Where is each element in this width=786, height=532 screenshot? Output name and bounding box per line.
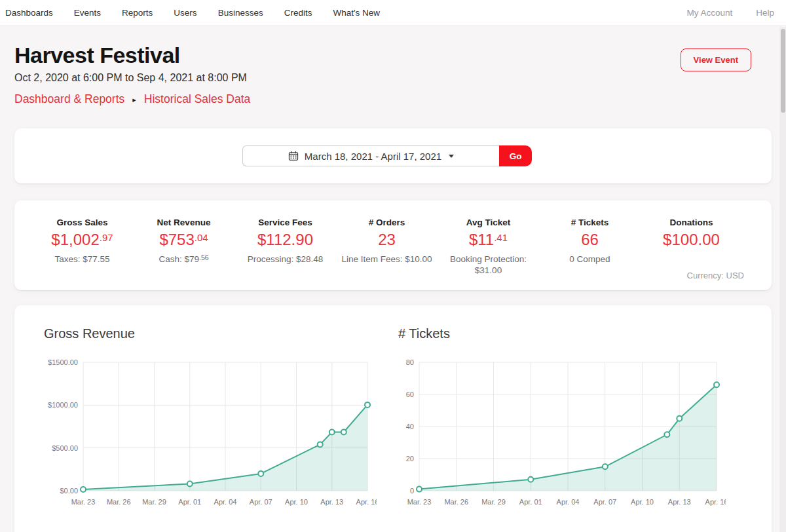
caret-down-icon bbox=[449, 155, 454, 158]
scrollbar-thumb[interactable] bbox=[781, 29, 785, 113]
svg-text:0: 0 bbox=[410, 487, 414, 495]
nav-item-dashboards[interactable]: Dashboards bbox=[5, 8, 53, 18]
nav-right: My Account Help bbox=[686, 8, 774, 18]
svg-text:Apr. 16: Apr. 16 bbox=[705, 498, 726, 506]
stat-label: Gross Sales bbox=[34, 218, 130, 227]
stat-tickets: # Tickets 66 0 Comped bbox=[539, 218, 641, 290]
svg-text:Apr. 07: Apr. 07 bbox=[250, 498, 272, 506]
breadcrumb: Dashboard & Reports ▸ Historical Sales D… bbox=[14, 92, 772, 106]
svg-text:Apr. 07: Apr. 07 bbox=[593, 498, 616, 506]
svg-text:80: 80 bbox=[406, 358, 414, 366]
stat-gross-sales: Gross Sales $1,002.97 Taxes: $77.55 bbox=[31, 218, 133, 290]
svg-text:Apr. 01: Apr. 01 bbox=[178, 498, 201, 506]
breadcrumb-dashboard-reports-link[interactable]: Dashboard & Reports bbox=[14, 92, 124, 106]
svg-text:60: 60 bbox=[406, 390, 414, 398]
chevron-right-icon: ▸ bbox=[132, 95, 136, 104]
stat-value: $11.41 bbox=[440, 231, 536, 248]
tickets-chart[interactable]: 020406080Mar. 23Mar. 26Mar. 29Apr. 01Apr… bbox=[398, 357, 772, 513]
nav-item-businesses[interactable]: Businesses bbox=[218, 8, 263, 18]
stat-value: 66 bbox=[542, 231, 638, 248]
svg-text:$1000.00: $1000.00 bbox=[48, 401, 78, 409]
stat-subtext: Line Item Fees: $10.00 bbox=[339, 254, 435, 265]
stat-label: # Orders bbox=[339, 218, 435, 227]
nav-left: Dashboards Events Reports Users Business… bbox=[5, 8, 380, 18]
nav-item-help[interactable]: Help bbox=[756, 8, 774, 18]
stat-label: Avg Ticket bbox=[440, 218, 536, 227]
stat-label: Net Revenue bbox=[136, 218, 232, 227]
gross-revenue-panel: Gross Revenue $0.00$500.00$1000.00$1500.… bbox=[14, 326, 393, 532]
go-button[interactable]: Go bbox=[499, 145, 532, 166]
svg-text:20: 20 bbox=[406, 455, 414, 463]
svg-text:40: 40 bbox=[406, 423, 414, 430]
svg-text:Mar. 26: Mar. 26 bbox=[444, 498, 468, 506]
svg-text:$1500.00: $1500.00 bbox=[48, 358, 78, 366]
svg-text:$0.00: $0.00 bbox=[60, 487, 78, 495]
stat-subtext: Booking Protection: $31.00 bbox=[440, 254, 536, 276]
gross-revenue-chart[interactable]: $0.00$500.00$1000.00$1500.00Mar. 23Mar. … bbox=[44, 357, 393, 513]
tickets-chart-title: # Tickets bbox=[398, 326, 772, 341]
stat-label: Service Fees bbox=[237, 218, 333, 227]
stat-value: 23 bbox=[339, 231, 435, 248]
stat-value: $100.00 bbox=[643, 231, 739, 248]
stats-summary-card: Gross Sales $1,002.97 Taxes: $77.55 Net … bbox=[14, 200, 772, 290]
stat-avg-ticket: Avg Ticket $11.41 Booking Protection: $3… bbox=[438, 218, 539, 290]
stat-subtext: Processing: $28.48 bbox=[237, 254, 333, 265]
svg-text:Apr. 13: Apr. 13 bbox=[668, 498, 691, 506]
stat-net-revenue: Net Revenue $753.04 Cash: $79.56 bbox=[133, 218, 234, 290]
svg-text:Apr. 10: Apr. 10 bbox=[285, 498, 308, 506]
calendar-icon bbox=[288, 151, 299, 161]
svg-text:Apr. 10: Apr. 10 bbox=[631, 498, 654, 506]
charts-card: Gross Revenue $0.00$500.00$1000.00$1500.… bbox=[14, 305, 772, 532]
stat-value: $1,002.97 bbox=[34, 231, 130, 248]
breadcrumb-historical-sales-link[interactable]: Historical Sales Data bbox=[144, 92, 250, 106]
stat-label: Donations bbox=[643, 218, 739, 227]
svg-text:Apr. 13: Apr. 13 bbox=[320, 498, 343, 506]
page-header: Harvest Festival Oct 2, 2020 at 6:00 PM … bbox=[14, 42, 772, 106]
svg-text:Mar. 29: Mar. 29 bbox=[481, 498, 506, 506]
stat-label: # Tickets bbox=[542, 218, 638, 227]
event-date-range: Oct 2, 2020 at 6:00 PM to Sep 4, 2021 at… bbox=[14, 72, 772, 84]
date-filter-card: March 18, 2021 - April 17, 2021 Go bbox=[14, 128, 772, 183]
svg-text:Mar. 29: Mar. 29 bbox=[142, 498, 166, 506]
currency-note: Currency: USD bbox=[687, 271, 744, 280]
stat-subtext: Cash: $79.56 bbox=[136, 254, 232, 265]
date-range-value: March 18, 2021 - April 17, 2021 bbox=[305, 151, 441, 162]
gross-revenue-chart-title: Gross Revenue bbox=[44, 326, 393, 341]
svg-text:Apr. 01: Apr. 01 bbox=[519, 498, 542, 506]
date-filter-group: March 18, 2021 - April 17, 2021 Go bbox=[242, 145, 532, 166]
svg-text:$500.00: $500.00 bbox=[52, 444, 78, 452]
nav-item-credits[interactable]: Credits bbox=[284, 8, 312, 18]
scrollbar-track[interactable] bbox=[779, 27, 786, 532]
page-title: Harvest Festival bbox=[14, 42, 772, 68]
nav-item-whats-new[interactable]: What's New bbox=[333, 8, 380, 18]
svg-text:Mar. 23: Mar. 23 bbox=[71, 498, 96, 506]
stat-subtext: Taxes: $77.55 bbox=[34, 254, 130, 265]
svg-text:Apr. 04: Apr. 04 bbox=[557, 498, 580, 506]
tickets-panel: # Tickets 020406080Mar. 23Mar. 26Mar. 29… bbox=[393, 326, 772, 532]
nav-item-users[interactable]: Users bbox=[174, 8, 196, 18]
svg-text:Apr. 16: Apr. 16 bbox=[356, 498, 377, 506]
stat-value: $753.04 bbox=[136, 231, 232, 248]
nav-item-events[interactable]: Events bbox=[74, 8, 101, 18]
date-range-input[interactable]: March 18, 2021 - April 17, 2021 bbox=[242, 145, 499, 166]
view-event-button[interactable]: View Event bbox=[681, 48, 751, 71]
stat-value: $112.90 bbox=[237, 231, 333, 248]
stat-orders: # Orders 23 Line Item Fees: $10.00 bbox=[336, 218, 438, 290]
stat-service-fees: Service Fees $112.90 Processing: $28.48 bbox=[234, 218, 336, 290]
svg-text:Apr. 04: Apr. 04 bbox=[214, 498, 237, 506]
nav-item-reports[interactable]: Reports bbox=[122, 8, 153, 18]
svg-text:Mar. 26: Mar. 26 bbox=[107, 498, 131, 506]
top-nav: Dashboards Events Reports Users Business… bbox=[0, 0, 786, 26]
nav-item-my-account[interactable]: My Account bbox=[686, 8, 732, 18]
stat-subtext: 0 Comped bbox=[542, 254, 638, 265]
svg-text:Mar. 23: Mar. 23 bbox=[407, 498, 432, 506]
